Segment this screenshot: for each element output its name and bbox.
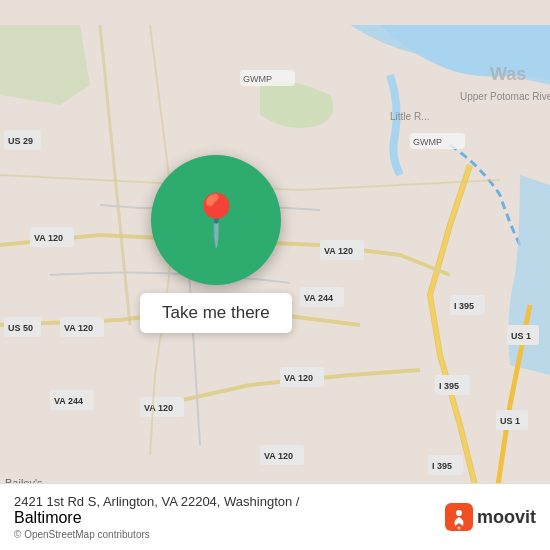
svg-text:US 1: US 1 [500, 416, 520, 426]
svg-text:VA 120: VA 120 [324, 246, 353, 256]
svg-text:VA 120: VA 120 [144, 403, 173, 413]
take-me-there-button[interactable]: Take me there [140, 293, 292, 333]
svg-text:VA 120: VA 120 [64, 323, 93, 333]
svg-text:GWMP: GWMP [243, 74, 272, 84]
svg-text:Was: Was [490, 64, 526, 84]
svg-text:I 395: I 395 [439, 381, 459, 391]
svg-point-43 [456, 510, 462, 516]
svg-text:Upper Potomac River: Upper Potomac River [460, 91, 550, 102]
svg-text:Little R...: Little R... [390, 111, 429, 122]
map-container: GWMP GWMP I 395 I 395 I 395 US 1 US 1 VA… [0, 0, 550, 550]
svg-point-44 [457, 527, 460, 530]
svg-text:VA 120: VA 120 [284, 373, 313, 383]
address-line2: Baltimore [14, 509, 299, 527]
destination-circle: 📍 [151, 155, 281, 285]
svg-text:I 395: I 395 [432, 461, 452, 471]
svg-text:I 395: I 395 [454, 301, 474, 311]
svg-text:GWMP: GWMP [413, 137, 442, 147]
moovit-icon [445, 503, 473, 531]
destination-overlay: 📍 Take me there [140, 155, 292, 333]
svg-text:VA 120: VA 120 [34, 233, 63, 243]
moovit-logo: moovit [445, 503, 536, 531]
svg-text:US 50: US 50 [8, 323, 33, 333]
svg-text:US 1: US 1 [511, 331, 531, 341]
bottom-info-bar: 2421 1st Rd S, Arlington, VA 22204, Wash… [0, 483, 550, 550]
address-section: 2421 1st Rd S, Arlington, VA 22204, Wash… [14, 494, 299, 540]
moovit-label: moovit [477, 507, 536, 528]
svg-text:US 29: US 29 [8, 136, 33, 146]
svg-text:VA 120: VA 120 [264, 451, 293, 461]
location-pin-icon: 📍 [185, 195, 247, 245]
svg-text:VA 244: VA 244 [54, 396, 83, 406]
svg-text:VA 244: VA 244 [304, 293, 333, 303]
osm-attribution: © OpenStreetMap contributors [14, 529, 299, 540]
address-line: 2421 1st Rd S, Arlington, VA 22204, Wash… [14, 494, 299, 509]
